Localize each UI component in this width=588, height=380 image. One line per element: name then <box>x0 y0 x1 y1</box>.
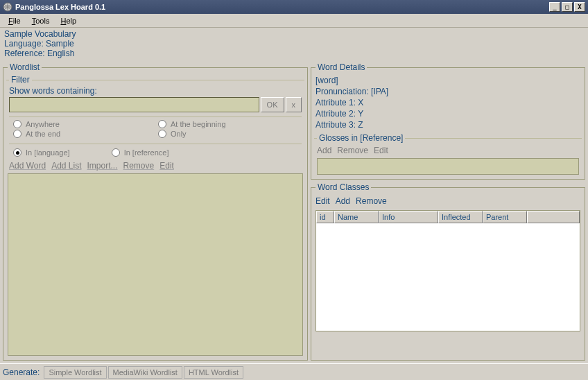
col-inflected[interactable]: Inflected <box>438 211 483 223</box>
filter-clear-button[interactable]: x <box>286 97 302 112</box>
language-line: Language: Sample <box>4 39 584 49</box>
filter-legend: Filter <box>9 75 32 85</box>
show-words-label: Show words containing: <box>9 86 302 96</box>
wordlist-legend: Wordlist <box>8 62 42 72</box>
gloss-edit-button[interactable]: Edit <box>374 146 388 155</box>
add-word-button[interactable]: Add Word <box>9 161 46 171</box>
minimize-button[interactable]: _ <box>549 2 560 12</box>
add-list-button[interactable]: Add List <box>51 161 81 171</box>
glosses-box[interactable] <box>317 158 579 175</box>
wordlist-area[interactable] <box>8 173 303 356</box>
edit-word-button[interactable]: Edit <box>159 161 174 171</box>
generate-bar: Generate: Simple Wordlist MediaWiki Word… <box>0 363 588 380</box>
col-blank <box>527 211 580 223</box>
word-line: [word] <box>315 75 580 86</box>
vocab-title: Sample Vocabulary <box>4 29 584 39</box>
radio-beginning[interactable]: At the beginning <box>158 120 297 128</box>
radio-in-language[interactable]: In [language] <box>13 148 70 157</box>
radio-only[interactable]: Only <box>158 130 297 138</box>
attr3-line: Attribute 3: Z <box>315 119 580 130</box>
col-parent[interactable]: Parent <box>483 211 527 223</box>
titlebar: Panglossa Lex Hoard 0.1 _ □ X <box>0 0 588 14</box>
close-button[interactable]: X <box>574 2 585 12</box>
menu-file[interactable]: File <box>3 15 26 26</box>
menu-tools[interactable]: Tools <box>26 15 55 26</box>
filter-ok-button[interactable]: OK <box>261 97 284 112</box>
radio-anywhere[interactable]: Anywhere <box>13 120 153 128</box>
window-title: Panglossa Lex Hoard 0.1 <box>15 3 549 11</box>
attr2-line: Attribute 2: Y <box>315 108 580 119</box>
gloss-remove-button[interactable]: Remove <box>337 146 368 155</box>
gen-html-button[interactable]: HTML Wordlist <box>184 366 243 379</box>
col-info[interactable]: Info <box>379 211 438 223</box>
filter-input[interactable] <box>9 97 259 112</box>
reference-line: Reference: English <box>4 49 584 58</box>
word-classes-legend: Word Classes <box>315 182 371 192</box>
wordlist-toolbar: Add Word Add List Import... Remove Edit <box>8 158 303 173</box>
import-button[interactable]: Import... <box>87 161 118 171</box>
gen-mediawiki-button[interactable]: MediaWiki Wordlist <box>108 366 182 379</box>
col-name[interactable]: Name <box>334 211 379 223</box>
app-icon <box>3 2 12 12</box>
word-details-panel: Word Details [word] Pronunciation: [IPA]… <box>311 62 585 180</box>
menubar: File Tools Help <box>0 14 588 28</box>
word-classes-panel: Word Classes Edit Add Remove id Name Inf… <box>311 182 585 361</box>
pronunciation-line: Pronunciation: [IPA] <box>315 86 580 97</box>
glosses-legend: Glosses in [Reference] <box>317 133 405 143</box>
generate-label: Generate: <box>3 368 40 377</box>
word-details-legend: Word Details <box>315 62 367 72</box>
wordlist-panel: Wordlist Filter Show words containing: O… <box>3 62 308 361</box>
col-id[interactable]: id <box>316 211 334 223</box>
remove-word-button[interactable]: Remove <box>123 161 155 171</box>
radio-in-reference[interactable]: In [reference] <box>112 148 169 157</box>
word-classes-table[interactable]: id Name Info Inflected Parent <box>315 210 580 331</box>
wc-remove-button[interactable]: Remove <box>356 196 387 206</box>
attr1-line: Attribute 1: X <box>315 97 580 108</box>
wc-add-button[interactable]: Add <box>336 196 350 206</box>
info-header: Sample Vocabulary Language: Sample Refer… <box>0 28 588 60</box>
menu-help[interactable]: Help <box>55 15 82 26</box>
maximize-button[interactable]: □ <box>562 2 573 12</box>
radio-end[interactable]: At the end <box>13 130 153 138</box>
gloss-add-button[interactable]: Add <box>317 146 331 155</box>
filter-panel: Filter Show words containing: OK x Anywh… <box>6 75 304 158</box>
glosses-panel: Glosses in [Reference] Add Remove Edit <box>314 133 582 175</box>
gen-simple-button[interactable]: Simple Wordlist <box>44 366 106 379</box>
wc-edit-button[interactable]: Edit <box>315 196 330 206</box>
